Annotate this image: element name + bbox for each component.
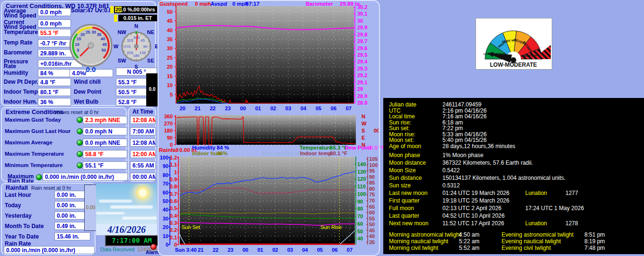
svg-text:100: 100	[369, 162, 378, 168]
date-display: 4/16/2026	[96, 224, 157, 235]
astro-row-extra-label: Lunation	[525, 220, 547, 227]
twilight-evening-label: Evening nautical twlight	[502, 238, 561, 245]
svg-text:005 °: 005 °	[374, 128, 379, 133]
svg-text:Sun Set: Sun Set	[182, 224, 200, 230]
svg-text:20: 20	[80, 32, 85, 37]
astro-row-label: Moon Size	[389, 167, 416, 174]
rain-gauge-bar: 0.00	[84, 185, 97, 231]
alarm-led-icon	[150, 244, 157, 250]
svg-text:60: 60	[369, 210, 375, 215]
cur-wind-value: 0.0 mph	[38, 19, 71, 27]
solar-uv-label: Solar:47 Uv:0.0	[71, 8, 112, 13]
astro-row-value: 1% Moon phase	[442, 152, 484, 159]
svg-text:10: 10	[75, 42, 79, 47]
astro-row-extra-date: 17:24 UTC 1 May 2026	[525, 205, 584, 212]
svg-text:75: 75	[369, 192, 375, 197]
wind-direction-compass: NNEESESSWWNW3604590135180225270315	[112, 21, 161, 70]
twilight-morning-value: 4:50 am	[459, 231, 479, 238]
twilight-morning-label: Morning nautical twlight	[389, 238, 448, 245]
astro-row-value: 367322 Kilometers, 57.6 Earth radii.	[442, 159, 533, 166]
solar-percent-rest: .0 %,00:00hrs	[122, 7, 155, 12]
svg-text:90: 90	[369, 174, 375, 180]
svg-text:23: 23	[225, 106, 230, 111]
svg-text:1.2: 1.2	[170, 155, 177, 160]
astro-row: Sun rise: 6:18 am	[383, 119, 644, 125]
astro-row-extra-label: Lunation	[525, 190, 547, 196]
indoor-hum-label: Indoor Hum.	[4, 99, 37, 104]
svg-text:10: 10	[163, 233, 168, 239]
astro-group1: Julian date 2461147.09459 UTC 2:16 pm 04…	[383, 98, 644, 149]
indoor-temp-label: Indoor Temp.	[4, 89, 39, 94]
temp-rate-label: Temp Rate	[4, 40, 32, 45]
at-time-row: 12:08 AM	[129, 116, 157, 127]
extremes-subtitle: Values reset at 0 hr	[54, 109, 99, 115]
astro-row-value: 150134137 Kilometers, 1.004 astronomical…	[442, 175, 565, 181]
indoor-temp-value: 80.1 °F	[38, 88, 71, 96]
svg-text:50: 50	[357, 229, 363, 234]
svg-text:0.5: 0.5	[170, 205, 177, 211]
astro-row: UTC 2:16 pm 04/16/26	[383, 107, 644, 114]
twilight-morning-value: 5:22 am	[459, 238, 479, 245]
dew-point-label: Dew Point	[74, 89, 101, 94]
svg-text:180: 180	[164, 128, 173, 133]
svg-text:100: 100	[160, 155, 168, 160]
rainfall-row: Month To Date 0.49 in.	[2, 222, 97, 232]
svg-text:95: 95	[369, 168, 375, 174]
svg-text:Sun Rise: Sun Rise	[321, 224, 342, 230]
astro-row: Sun size 0.5312	[383, 182, 644, 190]
astro-row-value: 01:24 UTC 19 March 2026	[442, 190, 509, 196]
svg-text:W: W	[362, 121, 367, 126]
temperature-value: 55.3 °F	[38, 29, 71, 37]
status-led-icon	[77, 151, 83, 157]
svg-text:50: 50	[167, 9, 173, 15]
status-led-icon	[77, 117, 83, 123]
twilight-row: Morning nautical twlight 5:22 am Evening…	[383, 238, 644, 245]
twilight-morning-value: 5:52 am	[459, 245, 479, 251]
humidity-value: 84 %	[38, 69, 71, 77]
svg-text:70: 70	[369, 198, 375, 203]
svg-text:N: N	[134, 23, 138, 29]
svg-text:25: 25	[167, 55, 173, 61]
svg-text:50: 50	[163, 198, 168, 204]
astro-row-label: Moon distance	[389, 159, 426, 166]
svg-text:360: 360	[133, 35, 140, 40]
svg-text:20: 20	[180, 106, 185, 111]
rainfall-panel: Rainfall Rain reset at 0 hr Last Hour 0.…	[1, 183, 96, 255]
astro-row-value: 0.5312	[442, 182, 460, 189]
astro-row-label: Last new moon	[389, 190, 427, 196]
at-time-panel: At Time 12:08 AM 7:00 AM 12:08 AM 12:00 …	[128, 107, 156, 182]
svg-text:85: 85	[369, 180, 375, 185]
svg-text:07: 07	[347, 247, 353, 253]
extreme-conditions-panel: Extreme Conditions Values reset at 0 hr …	[1, 107, 127, 182]
at-time-value: 12:08 AM	[130, 139, 156, 147]
svg-text:03: 03	[287, 247, 293, 253]
at-time-row: 12:08 AM	[129, 139, 157, 150]
pressure-rate-label: Pressure Rate	[4, 59, 28, 69]
svg-text:02: 02	[270, 106, 276, 111]
astro-row-label: Moon phase	[389, 152, 420, 159]
at-time-row: 12:00 AM	[129, 150, 157, 161]
svg-text:50: 50	[369, 221, 375, 227]
svg-text:45: 45	[167, 18, 173, 24]
astro-row-extra-value: 1278	[565, 220, 578, 227]
astro-row-extra-value: 1277	[565, 190, 578, 196]
svg-text:40: 40	[369, 233, 375, 239]
svg-text:0.6: 0.6	[170, 198, 177, 204]
astro-row: Sun distance 150134137 Kilometers, 1.004…	[383, 175, 644, 182]
svg-text:270: 270	[124, 44, 131, 49]
svg-text:E: E	[362, 135, 365, 141]
rain-rate-label: Rain Rate	[5, 241, 31, 246]
astro-row-value: 04:52 UTC 10 April 2026	[442, 212, 504, 219]
svg-text:06: 06	[331, 106, 336, 111]
extreme-row-value: 58.8 °F	[83, 150, 127, 158]
at-time-rows: 12:08 AM 7:00 AM 12:08 AM 12:00 AM 6:55 …	[129, 116, 157, 184]
svg-text:135: 135	[140, 51, 146, 55]
extreme-row-value: 0.0 mph NNE	[83, 139, 127, 147]
at-time-row: 00:00 AM	[129, 173, 157, 184]
svg-text:105: 105	[369, 156, 378, 162]
svg-text:15: 15	[167, 73, 173, 79]
twilight-evening-label: Evening astronomical twlight	[502, 231, 573, 238]
extreme-row-value: 0.0 mph N	[83, 127, 127, 135]
weather-display-main-screen: Current Conditions, WD 10.37R b81 Averag…	[0, 0, 644, 256]
astro-row: Moon rise: 5:33 am 04/16/26	[383, 131, 644, 137]
